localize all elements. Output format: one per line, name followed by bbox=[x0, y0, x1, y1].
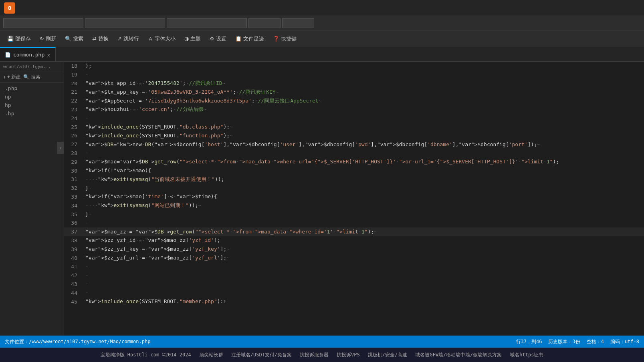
table-row: 34····"kw">exit(sysmsg("网站已到期！"));~ bbox=[64, 201, 644, 210]
footer-link[interactable]: 域名https证书 bbox=[510, 352, 543, 358]
line-number: 36 bbox=[64, 219, 82, 227]
goto-icon: ↗ bbox=[117, 36, 122, 42]
code-table: 18);19·20"var">$tx_app_id·=·'2047155482'… bbox=[64, 62, 644, 306]
fontsize-button[interactable]: Ａ 字体大小 bbox=[144, 34, 180, 44]
sidebar-file-item[interactable]: np bbox=[0, 93, 64, 101]
table-row: 27"var">$DB="kw">new·DB("var">$dbconfig[… bbox=[64, 140, 644, 149]
new-file-button[interactable]: + + 新建 bbox=[3, 74, 21, 80]
line-number: 41 bbox=[64, 262, 82, 271]
footer-link[interactable]: 顶尖站长群 bbox=[199, 352, 223, 358]
table-row: 36· bbox=[64, 219, 644, 227]
line-number: 33 bbox=[64, 193, 82, 201]
line-code: "var">$zz_yzf_id·=·"var">$mao_zz['yzf_id… bbox=[82, 236, 644, 245]
file-tab-label: common.php bbox=[13, 52, 44, 58]
footer-link[interactable]: 域名被GFW墙/移动墙中墙/假墙解决方案 bbox=[415, 352, 502, 358]
replace-button[interactable]: ⇄ 替换 bbox=[88, 34, 113, 44]
line-number: 29 bbox=[64, 158, 82, 167]
table-row: 37"var">$mao_zz·=·"var">$DB->get_row("">… bbox=[64, 227, 644, 236]
table-row: 25"kw">include_once(SYSTEM_ROOT."db.clas… bbox=[64, 123, 644, 132]
code-editor[interactable]: 18);19·20"var">$tx_app_id·=·'2047155482'… bbox=[64, 62, 644, 336]
line-code: · bbox=[82, 262, 644, 271]
line-number: 45 bbox=[64, 298, 82, 306]
line-number: 31 bbox=[64, 175, 82, 184]
status-info: 行37，列46 历史版本：3份 空格：4 编码：utf-8 bbox=[516, 338, 640, 345]
theme-button[interactable]: ◑ 主题 bbox=[180, 34, 205, 44]
sidebar-file-item[interactable]: .hp bbox=[0, 109, 64, 118]
tab-input-4[interactable] bbox=[248, 18, 281, 28]
line-code: "kw">include_once(SYSTEM_ROOT."function.… bbox=[82, 131, 644, 140]
line-code: ····"kw">exit(sysmsg("网站已到期！"));~ bbox=[82, 201, 644, 210]
theme-icon: ◑ bbox=[184, 36, 189, 42]
search-button[interactable]: 🔍 搜索 bbox=[61, 34, 87, 44]
sidebar-actions: wroot/a107.tgym... bbox=[0, 62, 64, 72]
line-number: 42 bbox=[64, 271, 82, 280]
status-encoding: 编码：utf-8 bbox=[610, 338, 639, 345]
line-code: "var">$AppSecret·=·'7iisd1dyg0h3ntko6wkk… bbox=[82, 97, 644, 105]
line-number: 24 bbox=[64, 114, 82, 123]
line-code: "var">$mao="var">$DB->get_row("">select·… bbox=[82, 158, 644, 167]
shortcuts-button[interactable]: ❓ 快捷键 bbox=[269, 34, 301, 44]
line-number: 30 bbox=[64, 167, 82, 175]
line-number: 34 bbox=[64, 201, 82, 210]
line-code: }· bbox=[82, 184, 644, 193]
table-row: 38"var">$zz_yzf_id·=·"var">$mao_zz['yzf_… bbox=[64, 236, 644, 245]
table-row: 24· bbox=[64, 114, 644, 123]
footer-link[interactable]: 注册域名/USDT支付/免备案 bbox=[231, 352, 292, 358]
file-tab-bar: 📄 common.php ✕ bbox=[0, 47, 644, 62]
tab-input-bar bbox=[0, 16, 644, 30]
line-number: 28 bbox=[64, 149, 82, 158]
line-number: 22 bbox=[64, 97, 82, 105]
line-number: 43 bbox=[64, 280, 82, 289]
new-file-icon: + bbox=[3, 74, 6, 80]
save-icon: 💾 bbox=[7, 36, 14, 42]
sidebar-collapse-button[interactable]: ‹ bbox=[57, 142, 64, 154]
table-row: 41· bbox=[64, 262, 644, 271]
line-code: · bbox=[82, 70, 644, 79]
tab-close-icon[interactable]: ✕ bbox=[47, 52, 50, 58]
footer-link[interactable]: 跳板机/安全/高速 bbox=[368, 352, 407, 358]
footer-link[interactable]: 宝塔纯净版 HostCli.com ©2014-2024 bbox=[101, 352, 191, 358]
table-row: 19· bbox=[64, 70, 644, 79]
status-file-path: 文件位置：/www/wwwroot/a107.tgymw.net/Mao/com… bbox=[5, 338, 508, 345]
table-row: 28· bbox=[64, 149, 644, 158]
top-bar: 0 bbox=[0, 0, 644, 16]
table-row: 33"kw">if("var">$mao['time']·<·"var">$ti… bbox=[64, 193, 644, 201]
fontsize-icon: Ａ bbox=[148, 35, 153, 42]
line-code: "var">$zz_yzf_url·=·"var">$mao_zz['yzf_u… bbox=[82, 254, 644, 263]
footer-link[interactable]: 抗投诉服务器 bbox=[300, 352, 329, 358]
sidebar-search-button[interactable]: 🔍 搜索 bbox=[23, 74, 40, 80]
sidebar-file-item[interactable]: hp bbox=[0, 101, 64, 109]
status-row-col: 行37，列46 bbox=[516, 338, 542, 345]
main-layout: wroot/a107.tgym... + + 新建 🔍 搜索 .php np h… bbox=[0, 62, 644, 336]
line-code: · bbox=[82, 280, 644, 289]
table-row: 39"var">$zz_yzf_key·=·"var">$mao_zz['yzf… bbox=[64, 245, 644, 254]
code-content[interactable]: 18);19·20"var">$tx_app_id·=·'2047155482'… bbox=[64, 62, 644, 336]
table-row: 44· bbox=[64, 289, 644, 298]
tab-input-5[interactable] bbox=[282, 18, 314, 28]
tab-input-1[interactable] bbox=[3, 18, 83, 28]
shortcuts-icon: ❓ bbox=[273, 36, 279, 42]
footer-link[interactable]: 抗投诉VPS bbox=[337, 352, 360, 358]
line-number: 23 bbox=[64, 105, 82, 114]
refresh-icon: ↻ bbox=[40, 36, 44, 42]
sidebar-file-item[interactable]: .php bbox=[0, 84, 64, 93]
filetrack-button[interactable]: 📋 文件足迹 bbox=[231, 34, 268, 44]
settings-button[interactable]: ⚙ 设置 bbox=[206, 34, 230, 44]
status-history: 历史版本：3份 bbox=[548, 338, 580, 345]
php-file-icon: 📄 bbox=[5, 52, 11, 58]
tab-input-2[interactable] bbox=[85, 18, 165, 28]
line-code: "var">$tx_app_id·=·'2047155482';·//腾讯验证I… bbox=[82, 79, 644, 88]
save-button[interactable]: 💾 部保存 bbox=[3, 34, 35, 44]
line-code: "kw">include_once(SYSTEM_ROOT."member.ph… bbox=[82, 298, 644, 306]
file-tab-common-php[interactable]: 📄 common.php ✕ bbox=[0, 47, 56, 61]
line-number: 32 bbox=[64, 184, 82, 193]
table-row: 21"var">$tx_app_key·=·'05HwaZsJ6wVKD_3-2… bbox=[64, 88, 644, 97]
line-code: "var">$mao_zz·=·"var">$DB->get_row("">se… bbox=[82, 227, 644, 236]
line-code: · bbox=[82, 219, 644, 227]
line-code: "kw">if("var">$mao['time']·<·"var">$time… bbox=[82, 193, 644, 201]
refresh-button[interactable]: ↻ 刷新 bbox=[36, 34, 60, 44]
table-row: 32}· bbox=[64, 184, 644, 193]
tab-input-3[interactable] bbox=[167, 18, 247, 28]
line-number: 40 bbox=[64, 254, 82, 263]
goto-button[interactable]: ↗ 跳转行 bbox=[113, 34, 143, 44]
